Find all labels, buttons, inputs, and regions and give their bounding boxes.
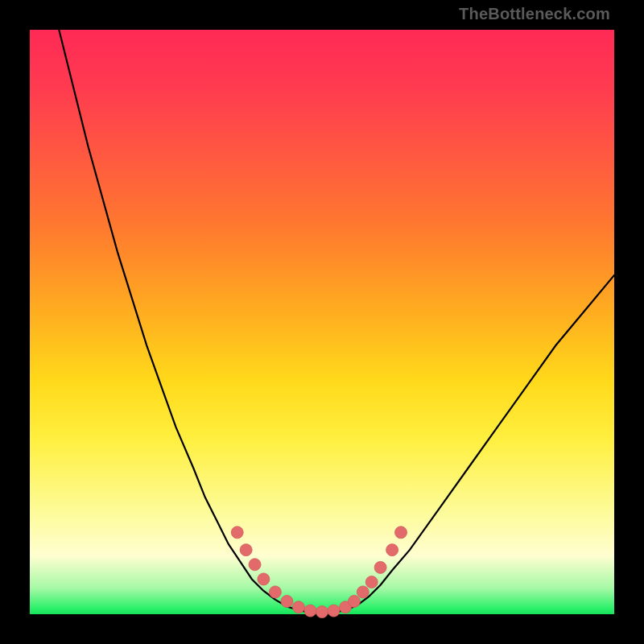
data-marker: [281, 596, 293, 608]
data-marker: [365, 576, 378, 588]
data-marker: [304, 605, 316, 617]
curve-right-branch: [345, 275, 614, 610]
data-marker: [386, 544, 398, 556]
data-marker: [374, 561, 386, 573]
data-marker: [348, 596, 360, 608]
data-marker: [231, 526, 243, 539]
data-marker: [258, 573, 270, 585]
data-marker: [357, 586, 369, 598]
data-marker: [240, 544, 252, 556]
curve-left-branch: [59, 30, 299, 610]
watermark-text: TheBottleneck.com: [459, 5, 610, 23]
data-marker: [328, 605, 340, 617]
data-marker: [292, 601, 304, 613]
data-marker: [395, 526, 407, 539]
data-marker: [249, 559, 261, 571]
data-marker: [316, 606, 328, 618]
plot-area: [30, 30, 614, 614]
data-marker: [269, 586, 281, 598]
chart-frame: TheBottleneck.com: [0, 0, 644, 644]
chart-svg: [30, 30, 614, 614]
